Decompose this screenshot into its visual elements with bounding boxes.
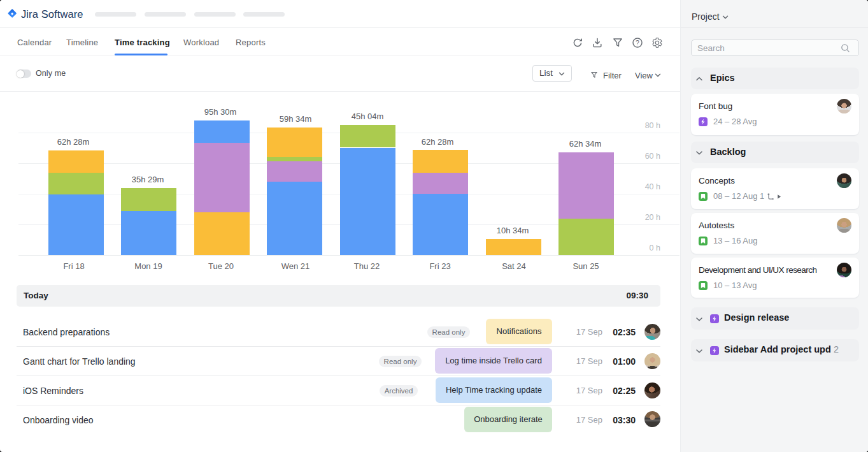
svg-text:?: ? bbox=[636, 39, 639, 47]
